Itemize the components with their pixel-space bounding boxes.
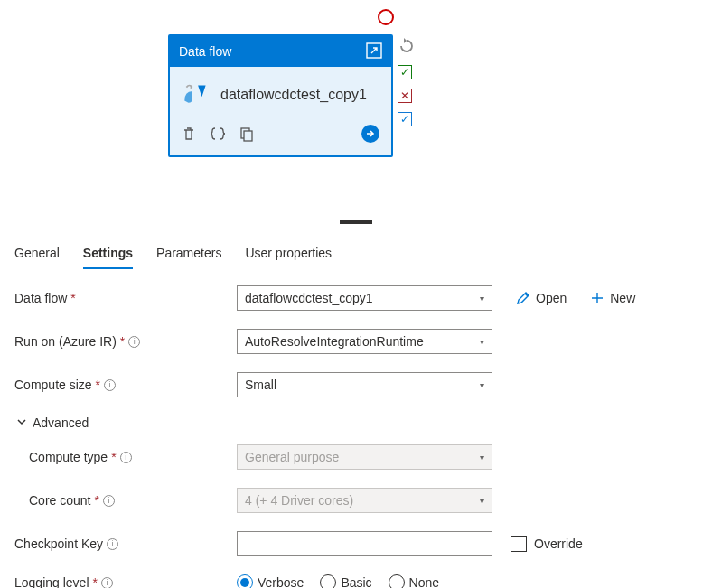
card-header: Data flow bbox=[170, 36, 391, 67]
success-icon[interactable]: ✓ bbox=[398, 65, 412, 79]
select-data-flow[interactable]: dataflowcdctest_copy1 ▾ bbox=[237, 285, 492, 311]
advanced-toggle[interactable]: Advanced bbox=[16, 415, 698, 430]
row-core-count: Core count * i 4 (+ 4 Driver cores) ▾ bbox=[29, 488, 698, 513]
dataflow-icon bbox=[181, 78, 211, 111]
delete-icon[interactable] bbox=[181, 126, 197, 145]
tab-settings[interactable]: Settings bbox=[83, 238, 133, 269]
chevron-down-icon: ▾ bbox=[480, 453, 484, 462]
radio-none-label: None bbox=[409, 575, 439, 588]
advanced-label: Advanced bbox=[33, 415, 89, 430]
tab-parameters[interactable]: Parameters bbox=[156, 238, 221, 269]
error-icon[interactable]: ✕ bbox=[398, 89, 412, 103]
select-compute-type: General purpose ▾ bbox=[237, 444, 492, 470]
panel-resize-handle[interactable] bbox=[340, 220, 372, 224]
svg-rect-3 bbox=[244, 131, 252, 141]
card-toolbar bbox=[170, 118, 391, 155]
required-mark: * bbox=[96, 378, 100, 392]
required-mark: * bbox=[94, 493, 98, 508]
card-title: Data flow bbox=[179, 44, 231, 59]
redo-icon[interactable] bbox=[398, 37, 414, 56]
settings-form: Data flow * dataflowcdctest_copy1 ▾ Open… bbox=[0, 269, 712, 588]
radio-none[interactable]: None bbox=[389, 574, 439, 588]
open-label: Open bbox=[536, 291, 567, 305]
select-run-on-value: AutoResolveIntegrationRuntime bbox=[245, 334, 424, 349]
select-compute-size-value: Small bbox=[245, 378, 276, 392]
copy-icon[interactable] bbox=[239, 126, 255, 145]
run-arrow-icon[interactable] bbox=[361, 124, 380, 146]
chevron-down-icon bbox=[16, 415, 27, 430]
info-icon[interactable]: i bbox=[128, 336, 140, 348]
braces-icon[interactable] bbox=[210, 126, 226, 145]
required-mark: * bbox=[93, 575, 98, 588]
highlight-circle bbox=[378, 9, 394, 25]
info-icon[interactable]: i bbox=[104, 379, 116, 391]
open-button[interactable]: Open bbox=[516, 291, 567, 305]
label-core-count: Core count bbox=[29, 493, 90, 508]
row-checkpoint-key: Checkpoint Key i Override bbox=[14, 531, 698, 556]
select-compute-size[interactable]: Small ▾ bbox=[237, 372, 492, 397]
label-data-flow: Data flow bbox=[14, 291, 67, 305]
svg-marker-5 bbox=[404, 38, 407, 43]
info-icon[interactable]: i bbox=[107, 538, 118, 550]
radio-verbose[interactable]: Verbose bbox=[237, 574, 304, 588]
expand-icon[interactable] bbox=[366, 42, 382, 61]
card-activity-name: dataflowcdctest_copy1 bbox=[220, 86, 367, 103]
label-compute-size: Compute size bbox=[14, 378, 92, 392]
info-icon[interactable]: i bbox=[103, 495, 115, 507]
row-compute-type: Compute type * i General purpose ▾ bbox=[29, 444, 698, 470]
override-label: Override bbox=[534, 537, 583, 551]
tab-user-properties[interactable]: User properties bbox=[245, 238, 332, 269]
row-data-flow: Data flow * dataflowcdctest_copy1 ▾ Open… bbox=[14, 285, 698, 311]
required-mark: * bbox=[120, 334, 125, 349]
canvas-area: Data flow dataflowcdctest_copy1 bbox=[0, 0, 712, 217]
row-logging-level: Logging level * i Verbose Basic None bbox=[14, 574, 698, 588]
select-run-on[interactable]: AutoResolveIntegrationRuntime ▾ bbox=[237, 329, 492, 354]
select-compute-type-value: General purpose bbox=[245, 450, 339, 464]
row-compute-size: Compute size * i Small ▾ bbox=[14, 372, 698, 397]
radio-basic[interactable]: Basic bbox=[320, 574, 371, 588]
new-label: New bbox=[610, 291, 635, 305]
info-icon[interactable]: i bbox=[120, 452, 132, 463]
info-check-icon[interactable]: ✓ bbox=[398, 112, 412, 126]
checkpoint-key-input[interactable] bbox=[237, 531, 492, 556]
select-data-flow-value: dataflowcdctest_copy1 bbox=[245, 291, 373, 305]
chevron-down-icon: ▾ bbox=[480, 337, 484, 347]
logging-level-radio-group: Verbose Basic None bbox=[237, 574, 439, 588]
override-checkbox[interactable] bbox=[511, 536, 527, 552]
chevron-down-icon: ▾ bbox=[480, 496, 484, 506]
label-logging-level: Logging level bbox=[14, 575, 89, 588]
tab-general[interactable]: General bbox=[14, 238, 60, 269]
label-run-on: Run on (Azure IR) bbox=[14, 334, 117, 349]
label-compute-type: Compute type bbox=[29, 450, 108, 464]
dataflow-activity-card[interactable]: Data flow dataflowcdctest_copy1 bbox=[168, 34, 393, 157]
select-core-count-value: 4 (+ 4 Driver cores) bbox=[245, 493, 353, 508]
radio-basic-label: Basic bbox=[341, 575, 371, 588]
card-body: dataflowcdctest_copy1 bbox=[170, 67, 391, 118]
properties-tabs: General Settings Parameters User propert… bbox=[0, 238, 712, 269]
label-checkpoint-key: Checkpoint Key bbox=[14, 537, 103, 551]
side-status-icons: ✓ ✕ ✓ bbox=[398, 37, 414, 126]
select-core-count: 4 (+ 4 Driver cores) ▾ bbox=[237, 488, 492, 513]
radio-verbose-label: Verbose bbox=[258, 575, 304, 588]
required-mark: * bbox=[111, 450, 116, 464]
new-button[interactable]: New bbox=[590, 291, 635, 305]
chevron-down-icon: ▾ bbox=[480, 380, 484, 390]
chevron-down-icon: ▾ bbox=[480, 294, 484, 303]
required-mark: * bbox=[70, 291, 75, 305]
info-icon[interactable]: i bbox=[101, 577, 113, 589]
row-run-on: Run on (Azure IR) * i AutoResolveIntegra… bbox=[14, 329, 698, 354]
